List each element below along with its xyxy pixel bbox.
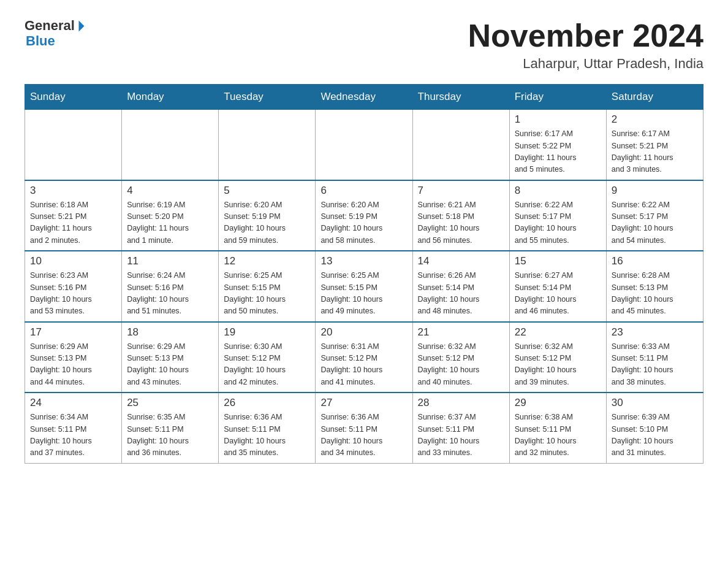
table-row: 18Sunrise: 6:29 AM Sunset: 5:13 PM Dayli… bbox=[122, 322, 219, 393]
page-header: General Blue November 2024 Laharpur, Utt… bbox=[25, 18, 703, 72]
day-info: Sunrise: 6:29 AM Sunset: 5:13 PM Dayligh… bbox=[30, 341, 116, 389]
header-monday: Monday bbox=[122, 85, 219, 110]
calendar-table: Sunday Monday Tuesday Wednesday Thursday… bbox=[25, 84, 703, 464]
day-number: 24 bbox=[30, 397, 116, 409]
day-info: Sunrise: 6:27 AM Sunset: 5:14 PM Dayligh… bbox=[515, 270, 601, 318]
day-info: Sunrise: 6:39 AM Sunset: 5:10 PM Dayligh… bbox=[612, 412, 698, 459]
day-info: Sunrise: 6:29 AM Sunset: 5:13 PM Dayligh… bbox=[127, 341, 213, 389]
table-row: 15Sunrise: 6:27 AM Sunset: 5:14 PM Dayli… bbox=[509, 251, 606, 322]
header-wednesday: Wednesday bbox=[316, 85, 412, 110]
day-number: 10 bbox=[30, 255, 116, 267]
day-info: Sunrise: 6:17 AM Sunset: 5:21 PM Dayligh… bbox=[612, 128, 698, 176]
table-row bbox=[25, 110, 122, 180]
day-info: Sunrise: 6:19 AM Sunset: 5:20 PM Dayligh… bbox=[127, 199, 213, 247]
day-number: 25 bbox=[127, 397, 213, 409]
day-number: 2 bbox=[612, 113, 698, 126]
header-tuesday: Tuesday bbox=[219, 85, 316, 110]
calendar-week-row: 1Sunrise: 6:17 AM Sunset: 5:22 PM Daylig… bbox=[25, 110, 703, 180]
day-info: Sunrise: 6:31 AM Sunset: 5:12 PM Dayligh… bbox=[320, 341, 407, 389]
table-row: 11Sunrise: 6:24 AM Sunset: 5:16 PM Dayli… bbox=[122, 251, 219, 322]
logo-blue: Blue bbox=[26, 33, 55, 49]
day-number: 16 bbox=[612, 255, 698, 267]
day-info: Sunrise: 6:36 AM Sunset: 5:11 PM Dayligh… bbox=[320, 412, 407, 459]
table-row: 27Sunrise: 6:36 AM Sunset: 5:11 PM Dayli… bbox=[316, 393, 412, 463]
day-number: 20 bbox=[320, 326, 407, 339]
day-number: 4 bbox=[127, 185, 213, 197]
day-info: Sunrise: 6:34 AM Sunset: 5:11 PM Dayligh… bbox=[30, 412, 116, 459]
day-number: 7 bbox=[418, 185, 504, 197]
table-row: 26Sunrise: 6:36 AM Sunset: 5:11 PM Dayli… bbox=[219, 393, 316, 463]
title-block: November 2024 Laharpur, Uttar Pradesh, I… bbox=[468, 18, 703, 72]
table-row: 29Sunrise: 6:38 AM Sunset: 5:11 PM Dayli… bbox=[509, 393, 606, 463]
header-sunday: Sunday bbox=[25, 85, 122, 110]
day-info: Sunrise: 6:21 AM Sunset: 5:18 PM Dayligh… bbox=[418, 199, 504, 247]
calendar-week-row: 10Sunrise: 6:23 AM Sunset: 5:16 PM Dayli… bbox=[25, 251, 703, 322]
table-row bbox=[122, 110, 219, 180]
table-row: 20Sunrise: 6:31 AM Sunset: 5:12 PM Dayli… bbox=[316, 322, 412, 393]
table-row: 1Sunrise: 6:17 AM Sunset: 5:22 PM Daylig… bbox=[509, 110, 606, 180]
table-row: 8Sunrise: 6:22 AM Sunset: 5:17 PM Daylig… bbox=[509, 180, 606, 251]
day-info: Sunrise: 6:35 AM Sunset: 5:11 PM Dayligh… bbox=[127, 412, 213, 459]
month-title: November 2024 bbox=[468, 18, 703, 53]
table-row: 25Sunrise: 6:35 AM Sunset: 5:11 PM Dayli… bbox=[122, 393, 219, 463]
table-row: 3Sunrise: 6:18 AM Sunset: 5:21 PM Daylig… bbox=[25, 180, 122, 251]
day-info: Sunrise: 6:25 AM Sunset: 5:15 PM Dayligh… bbox=[224, 270, 310, 318]
day-info: Sunrise: 6:17 AM Sunset: 5:22 PM Dayligh… bbox=[515, 128, 601, 176]
table-row: 2Sunrise: 6:17 AM Sunset: 5:21 PM Daylig… bbox=[606, 110, 703, 180]
table-row: 7Sunrise: 6:21 AM Sunset: 5:18 PM Daylig… bbox=[412, 180, 509, 251]
day-number: 27 bbox=[320, 397, 407, 409]
day-number: 17 bbox=[30, 326, 116, 339]
day-number: 11 bbox=[127, 255, 213, 267]
logo-general: General bbox=[25, 18, 75, 33]
day-number: 3 bbox=[30, 185, 116, 197]
day-number: 22 bbox=[515, 326, 601, 339]
table-row: 22Sunrise: 6:32 AM Sunset: 5:12 PM Dayli… bbox=[509, 322, 606, 393]
table-row: 24Sunrise: 6:34 AM Sunset: 5:11 PM Dayli… bbox=[25, 393, 122, 463]
table-row bbox=[316, 110, 412, 180]
day-info: Sunrise: 6:23 AM Sunset: 5:16 PM Dayligh… bbox=[30, 270, 116, 318]
day-info: Sunrise: 6:36 AM Sunset: 5:11 PM Dayligh… bbox=[224, 412, 310, 459]
day-number: 23 bbox=[612, 326, 698, 339]
table-row: 10Sunrise: 6:23 AM Sunset: 5:16 PM Dayli… bbox=[25, 251, 122, 322]
day-info: Sunrise: 6:32 AM Sunset: 5:12 PM Dayligh… bbox=[418, 341, 504, 389]
table-row: 19Sunrise: 6:30 AM Sunset: 5:12 PM Dayli… bbox=[219, 322, 316, 393]
table-row: 13Sunrise: 6:25 AM Sunset: 5:15 PM Dayli… bbox=[316, 251, 412, 322]
day-number: 26 bbox=[224, 397, 310, 409]
day-number: 19 bbox=[224, 326, 310, 339]
day-number: 6 bbox=[320, 185, 407, 197]
day-info: Sunrise: 6:28 AM Sunset: 5:13 PM Dayligh… bbox=[612, 270, 698, 318]
day-number: 9 bbox=[612, 185, 698, 197]
calendar-week-row: 3Sunrise: 6:18 AM Sunset: 5:21 PM Daylig… bbox=[25, 180, 703, 251]
day-info: Sunrise: 6:24 AM Sunset: 5:16 PM Dayligh… bbox=[127, 270, 213, 318]
table-row: 30Sunrise: 6:39 AM Sunset: 5:10 PM Dayli… bbox=[606, 393, 703, 463]
weekday-header-row: Sunday Monday Tuesday Wednesday Thursday… bbox=[25, 85, 703, 110]
day-number: 13 bbox=[320, 255, 407, 267]
table-row: 4Sunrise: 6:19 AM Sunset: 5:20 PM Daylig… bbox=[122, 180, 219, 251]
logo-arrow-icon bbox=[78, 20, 84, 31]
day-info: Sunrise: 6:37 AM Sunset: 5:11 PM Dayligh… bbox=[418, 412, 504, 459]
table-row bbox=[412, 110, 509, 180]
day-info: Sunrise: 6:22 AM Sunset: 5:17 PM Dayligh… bbox=[515, 199, 601, 247]
day-info: Sunrise: 6:18 AM Sunset: 5:21 PM Dayligh… bbox=[30, 199, 116, 247]
day-info: Sunrise: 6:30 AM Sunset: 5:12 PM Dayligh… bbox=[224, 341, 310, 389]
day-info: Sunrise: 6:22 AM Sunset: 5:17 PM Dayligh… bbox=[612, 199, 698, 247]
table-row: 9Sunrise: 6:22 AM Sunset: 5:17 PM Daylig… bbox=[606, 180, 703, 251]
header-thursday: Thursday bbox=[412, 85, 509, 110]
table-row: 12Sunrise: 6:25 AM Sunset: 5:15 PM Dayli… bbox=[219, 251, 316, 322]
location: Laharpur, Uttar Pradesh, India bbox=[468, 56, 703, 72]
day-info: Sunrise: 6:32 AM Sunset: 5:12 PM Dayligh… bbox=[515, 341, 601, 389]
day-number: 28 bbox=[418, 397, 504, 409]
day-number: 18 bbox=[127, 326, 213, 339]
day-info: Sunrise: 6:38 AM Sunset: 5:11 PM Dayligh… bbox=[515, 412, 601, 459]
table-row: 21Sunrise: 6:32 AM Sunset: 5:12 PM Dayli… bbox=[412, 322, 509, 393]
calendar-week-row: 24Sunrise: 6:34 AM Sunset: 5:11 PM Dayli… bbox=[25, 393, 703, 463]
day-number: 29 bbox=[515, 397, 601, 409]
day-info: Sunrise: 6:26 AM Sunset: 5:14 PM Dayligh… bbox=[418, 270, 504, 318]
table-row: 16Sunrise: 6:28 AM Sunset: 5:13 PM Dayli… bbox=[606, 251, 703, 322]
table-row: 14Sunrise: 6:26 AM Sunset: 5:14 PM Dayli… bbox=[412, 251, 509, 322]
day-number: 30 bbox=[612, 397, 698, 409]
table-row: 6Sunrise: 6:20 AM Sunset: 5:19 PM Daylig… bbox=[316, 180, 412, 251]
day-info: Sunrise: 6:33 AM Sunset: 5:11 PM Dayligh… bbox=[612, 341, 698, 389]
day-number: 1 bbox=[515, 113, 601, 126]
table-row: 5Sunrise: 6:20 AM Sunset: 5:19 PM Daylig… bbox=[219, 180, 316, 251]
